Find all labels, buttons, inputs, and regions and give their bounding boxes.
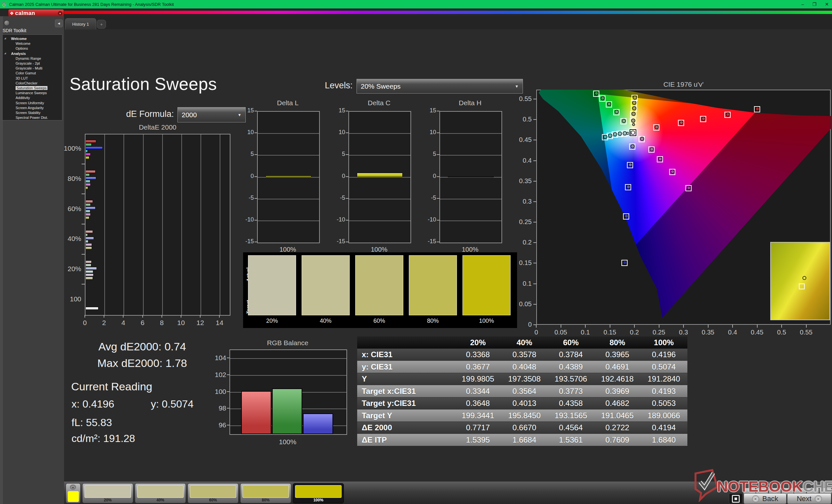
x-tick-label: 6 <box>136 319 149 327</box>
table-row-5: Target y:CIE310.36480.40130.43580.46820.… <box>357 397 687 410</box>
gridline <box>258 155 319 156</box>
patch-tile-80%[interactable]: 80% <box>240 483 291 503</box>
cie-measure-blue-3 <box>624 214 628 218</box>
y-tick-label: 10 <box>420 129 436 136</box>
chevron-up-icon[interactable]: ▲ <box>70 484 76 490</box>
next-label: Next <box>797 495 811 503</box>
levels-dropdown[interactable]: 20% Sweeps▼ <box>357 79 523 93</box>
sidebar-item-grayscale-multi[interactable]: Grayscale - Multi <box>3 66 62 71</box>
reading-fl: fL: 55.83 <box>72 417 112 429</box>
table-cell: 0.3965 <box>594 350 641 359</box>
y-tick-label: 0 <box>238 173 254 179</box>
maximize-button[interactable]: ❐ <box>812 2 817 7</box>
x-tick-label: 0.2 <box>625 329 644 336</box>
sidebar-item-color-gamut[interactable]: Color Gamut <box>3 71 62 76</box>
close-button[interactable]: ✕ <box>825 2 829 7</box>
y-tick <box>533 263 536 263</box>
sidebar-item-screen-angularity[interactable]: Screen Angularity <box>3 106 62 110</box>
gridline <box>440 221 501 221</box>
cie-measure-blue-2 <box>626 185 630 189</box>
table-cell: 1.5361 <box>548 436 594 445</box>
tab-history-1[interactable]: History 1 <box>65 18 96 30</box>
deltae-bar-20%-0 <box>85 260 92 263</box>
sidebar-item-colorchecker[interactable]: ColorChecker <box>3 81 62 86</box>
back-button[interactable]: « Back <box>744 493 786 504</box>
x-tick <box>123 315 124 317</box>
sidebar-item-welcome[interactable]: Welcome <box>3 41 62 46</box>
y-tick <box>533 181 536 181</box>
y-tick <box>82 224 85 224</box>
sidebar-collapse-button[interactable]: ◀ <box>55 20 63 27</box>
y-tick-label: 98 <box>208 404 226 412</box>
row-label: y: CIE31 <box>357 362 455 371</box>
deltae-bar-40%-5 <box>85 247 92 249</box>
add-tab-button[interactable]: + <box>97 20 106 29</box>
gridline <box>440 199 501 199</box>
sidebar-item-luminance-sweeps[interactable]: Luminance Sweeps <box>3 91 62 95</box>
y-tick <box>255 220 257 221</box>
y-tick <box>82 254 85 255</box>
next-button[interactable]: Next » <box>787 493 831 504</box>
compare-swatch-20% <box>248 255 296 315</box>
y-tick-label: 0.45 <box>512 136 532 143</box>
table-cell: 0.4564 <box>548 423 594 432</box>
y-tick-label: 96 <box>208 421 226 429</box>
y-tick-label: 15 <box>420 107 436 114</box>
sidebar-item-screen-uniformity[interactable]: Screen Uniformity <box>3 101 62 106</box>
deltae-bar-40%-1 <box>85 233 88 236</box>
de-formula-dropdown[interactable]: 2000▼ <box>178 107 246 122</box>
x-tick <box>683 325 684 328</box>
y-tick <box>346 154 348 155</box>
y-tick <box>346 198 348 199</box>
sidebar-item-label: Grayscale - 2pt <box>16 61 40 65</box>
minimize-button[interactable]: – <box>802 2 804 7</box>
deltae-bar-80%-5 <box>85 187 88 189</box>
group-label: 100 <box>49 295 81 303</box>
sidebar-item-spectral-power-dist-[interactable]: Spectral Power Dist. <box>3 115 62 120</box>
tree-expander-icon[interactable]: ◢ <box>4 52 6 55</box>
patch-tile-20%[interactable]: 20% <box>82 483 133 503</box>
x-tick <box>585 325 586 328</box>
table-row-2: y: CIE310.36770.40480.43890.46910.5074 <box>357 361 687 373</box>
x-tick-label: 0.5 <box>772 329 791 336</box>
sidebar-item-analysis[interactable]: ◢Analysis <box>3 51 62 56</box>
chevron-down-icon: ▼ <box>515 84 519 89</box>
deltae-bar-100%-1 <box>85 143 92 146</box>
sidebar-item-dynamic-range[interactable]: Dynamic Range <box>3 56 62 61</box>
y-tick-label: -15 <box>238 238 254 245</box>
y-tick <box>227 391 230 392</box>
back-label: Back <box>762 495 778 503</box>
x-tick <box>219 315 220 317</box>
chevron-down-icon[interactable]: ▼ <box>58 11 62 16</box>
gridline <box>162 135 163 315</box>
gridline <box>440 155 501 156</box>
table-cell: 0.3564 <box>501 387 548 396</box>
patch-tile-40%[interactable]: 40% <box>135 483 186 503</box>
sidebar-item-grayscale-2pt[interactable]: Grayscale - 2pt <box>3 61 62 66</box>
tree-expander-icon[interactable]: ◢ <box>4 37 6 39</box>
x-tick-label: 14 <box>213 319 226 327</box>
table-cell: 0.4194 <box>641 423 687 432</box>
sidebar-item-label: 3D LUT <box>16 76 28 80</box>
sidebar-pin-button[interactable] <box>4 20 10 26</box>
deltae-bar-60%-3 <box>85 210 90 213</box>
y-tick-label: 0.15 <box>512 259 532 267</box>
deltaH-plot <box>439 111 502 243</box>
x-tick <box>708 325 708 328</box>
x-tick <box>732 325 733 328</box>
sidebar-item-3d-lut[interactable]: 3D LUT <box>3 76 62 81</box>
y-tick-label: -5 <box>329 195 345 201</box>
inset-measure <box>802 276 806 280</box>
sidebar-item-additivity[interactable]: Additivity <box>3 95 62 100</box>
patch-list-mini-tile[interactable]: ▲ <box>66 483 81 503</box>
sidebar-item-welcome[interactable]: ◢Welcome <box>3 36 62 41</box>
patch-tile-60%[interactable]: 60% <box>187 483 238 503</box>
y-tick-label: -10 <box>420 216 436 223</box>
sidebar-item-screen-stability[interactable]: Screen Stability <box>3 110 62 115</box>
sidebar-item-options[interactable]: Options <box>3 46 62 51</box>
sidebar-item-label: Welcome <box>16 41 30 46</box>
stop-measure-button[interactable] <box>729 493 743 504</box>
patch-tile-100%[interactable]: 100% <box>293 483 344 503</box>
sidebar-item-saturation-sweeps[interactable]: Saturation Sweeps <box>3 86 62 91</box>
table-cell: 1.6840 <box>641 436 687 445</box>
